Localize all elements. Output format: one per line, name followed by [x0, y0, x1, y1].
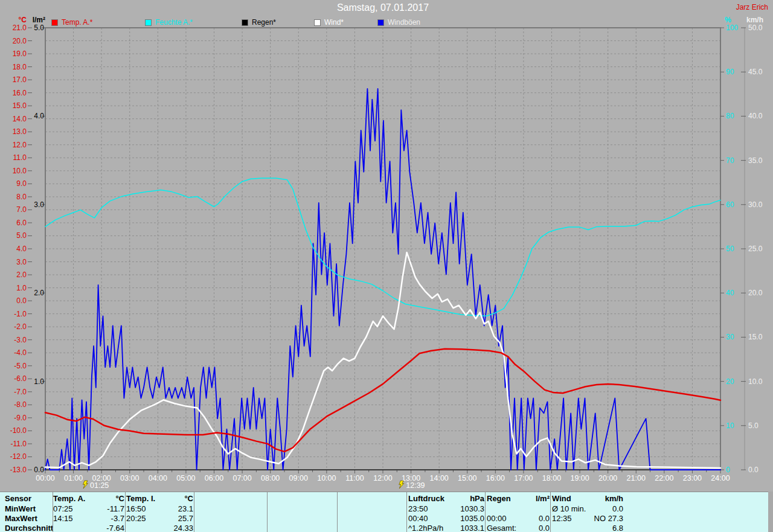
axis-tick-label: 9.0	[16, 179, 27, 188]
axis-tick-label: 21.0	[13, 24, 27, 32]
axis-tick-label: 40	[726, 289, 734, 297]
axis-tick-label: 17:00	[514, 474, 533, 482]
table-row-label: Sensor	[5, 494, 31, 503]
table-cell-time: 23:50	[408, 504, 428, 513]
axis-tick-label: 50.0	[748, 24, 763, 32]
table-cell-row: 00:401035.0	[408, 514, 484, 523]
axis-tick-label: 09:00	[289, 474, 308, 482]
axis-tick-label: 17.0	[13, 75, 27, 84]
axis-tick-label: 13.0	[13, 127, 27, 136]
table-cell-value: °C	[184, 494, 193, 503]
axis-tick-label: 22:00	[655, 474, 673, 482]
table-cell-row: Temp. I.°C	[126, 494, 193, 503]
table-cell-value: km/h	[605, 494, 623, 503]
axis-tick-label: 06:00	[205, 474, 223, 482]
axis-tick-label: 18:00	[542, 474, 561, 482]
axis-tick-label: 20.0	[13, 37, 27, 45]
table-cell-value: 23.1	[178, 504, 193, 513]
axis-tick-label: 50	[726, 245, 734, 253]
table-cell-time: Wind	[552, 494, 571, 503]
table-cell-value: 0.0	[539, 524, 550, 532]
table-cell-time: Luftdruck	[408, 494, 444, 503]
axis-tick-label: 5.0	[34, 24, 44, 32]
axis-tick-label: 5.0	[16, 231, 27, 240]
axis-tick-label: 15.0	[748, 333, 763, 341]
axis-tick-label: 60	[726, 200, 734, 209]
table-cell-value: NO 27.3	[594, 514, 623, 523]
axis-tick-label: 5.0	[748, 421, 759, 430]
axis-tick-label: 11.0	[13, 153, 27, 162]
axis-tick-label: 12:00	[373, 474, 392, 482]
axis-tick-label: -3.0	[14, 336, 27, 344]
table-cell-row: 6.8	[552, 524, 623, 532]
axis-tick-label: 04:00	[149, 474, 167, 482]
axis-tick-label: 1.0	[34, 377, 44, 386]
axis-tick-label: 20	[726, 377, 734, 386]
sensor-summary-table: SensorMinWertMaxWertDurchschnittTemp. A.…	[0, 492, 768, 532]
axis-tick-label: -10.0	[10, 426, 27, 435]
table-cell-value: °C	[115, 494, 124, 503]
table-cell-row: 20:2525.7	[126, 514, 193, 523]
table-cell-value: hPa	[470, 494, 484, 503]
axis-tick-label: 2.0	[16, 271, 27, 279]
table-cell-row: LuftdruckhPa	[408, 494, 484, 503]
table-cell-value: -11.7	[107, 504, 124, 513]
table-divider	[194, 492, 194, 532]
table-divider	[267, 492, 268, 532]
axis-tick-label: 14.0	[13, 115, 27, 123]
series-wind-line	[45, 252, 720, 468]
table-cell-value: 6.8	[612, 524, 623, 532]
axis-tick-label: -8.0	[14, 400, 27, 409]
table-cell-row: -7.64	[53, 524, 124, 532]
table-row-label: MinWert	[5, 504, 36, 513]
axis-tick-label: 05:00	[176, 474, 195, 482]
axis-tick-label: 2.0	[34, 289, 44, 297]
axis-tick-label: 11:00	[345, 474, 364, 482]
series-tempa-line	[45, 349, 720, 452]
table-cell-value: l/m²	[536, 494, 550, 503]
marker-flag-icon	[399, 481, 404, 489]
table-cell-row: 23:501030.3	[408, 504, 484, 513]
table-cell-row: 14:15-3.7	[53, 514, 124, 523]
axis-tick-label: 40.0	[748, 112, 763, 120]
table-row-label: Durchschnitt	[5, 524, 53, 532]
axis-tick-label: 70	[726, 156, 734, 165]
axis-tick-label: 20:00	[598, 474, 617, 482]
axis-tick-label: 10.0	[13, 167, 27, 175]
table-cell-time: 07:25	[53, 504, 73, 513]
axis-tick-label: 15.0	[13, 101, 27, 110]
table-cell-value: 25.7	[178, 514, 193, 523]
table-cell-row: Ø 10 min.0.0	[552, 504, 623, 513]
axis-tick-label: -4.0	[14, 348, 27, 357]
table-divider	[125, 492, 126, 532]
table-cell-time: Temp. I.	[126, 494, 155, 503]
axis-tick-label: -11.0	[11, 440, 27, 448]
table-cell-time: 20:25	[126, 514, 146, 523]
axis-tick-label: -1.0	[14, 310, 27, 318]
axis-tick-label: 0.0	[34, 466, 44, 474]
axis-tick-label: 14:00	[430, 474, 449, 482]
table-cell-row: 00:000.0	[487, 514, 550, 523]
axis-tick-label: 10	[726, 421, 734, 430]
axis-tick-label: 16.0	[13, 89, 27, 97]
axis-tick-label: 21:00	[627, 474, 646, 482]
table-cell-time: Regen	[487, 494, 511, 503]
axis-tick-label: 10.0	[748, 377, 763, 386]
table-cell-row: Regenl/m²	[487, 494, 550, 503]
axis-tick-label: 4.0	[34, 112, 44, 120]
table-cell-time: Ø 10 min.	[552, 504, 586, 513]
table-cell-time: 16:50	[126, 504, 146, 513]
table-cell-value: 0.0	[539, 514, 550, 523]
axis-tick-label: 20.0	[748, 289, 763, 297]
axis-tick-label: -12.0	[10, 452, 27, 461]
axis-tick-label: 25.0	[748, 245, 763, 253]
marker-flag-icon	[83, 481, 88, 489]
axis-tick-label: 08:00	[261, 474, 280, 482]
axis-tick-label: 01:25	[90, 481, 109, 490]
axis-tick-label: 12.0	[13, 141, 27, 149]
table-cell-time: ^1.2hPa/h	[408, 524, 443, 532]
table-divider	[550, 492, 551, 532]
axis-tick-label: 16:00	[486, 474, 505, 482]
axis-tick-label: 30.0	[748, 200, 763, 209]
axis-tick-label: 19.0	[13, 50, 27, 58]
